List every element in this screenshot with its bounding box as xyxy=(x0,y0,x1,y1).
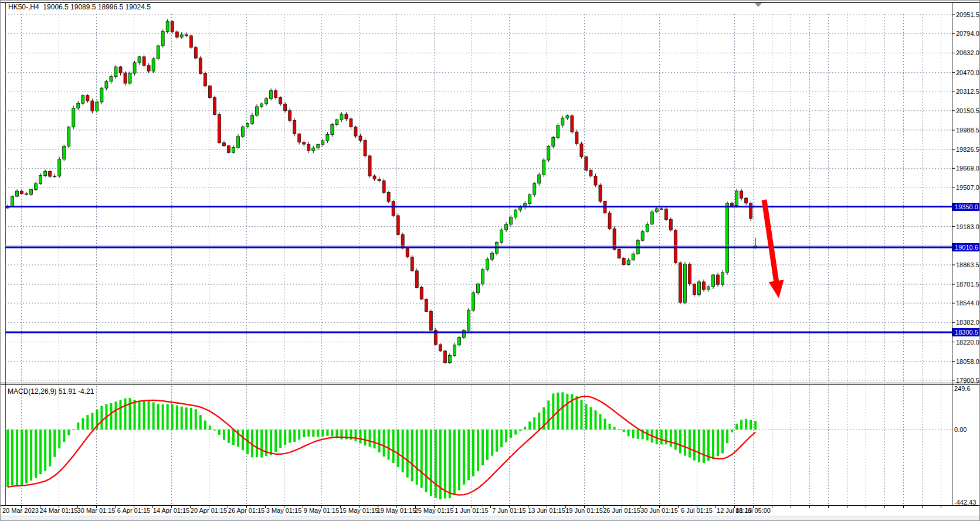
candle-body xyxy=(143,57,145,66)
trend-arrow-shaft[interactable] xyxy=(764,200,776,284)
macd-histogram-bar xyxy=(496,430,498,452)
candle-body xyxy=(721,273,724,284)
candle-body xyxy=(236,137,239,147)
macd-axis-label: 0.00 xyxy=(954,426,967,433)
candle-body xyxy=(707,287,710,290)
time-axis-label: 6 Jul 01:15 xyxy=(681,507,713,514)
macd-histogram-bar xyxy=(279,430,282,448)
macd-histogram-bar xyxy=(152,402,155,430)
macd-histogram-bar xyxy=(717,430,719,456)
macd-histogram-bar xyxy=(44,430,46,471)
candle-body xyxy=(53,176,56,176)
candle-body xyxy=(284,104,287,110)
macd-histogram-bar xyxy=(684,430,686,456)
macd-histogram-bar xyxy=(369,430,371,447)
candle-body xyxy=(260,104,263,107)
macd-axis-label: -442.43 xyxy=(954,499,976,506)
macd-histogram-bar xyxy=(293,430,296,442)
macd-histogram-bar xyxy=(637,430,639,439)
macd-histogram-bar xyxy=(449,430,451,498)
candle-body xyxy=(401,234,404,248)
candle-body xyxy=(194,47,197,58)
candle-body xyxy=(571,115,574,132)
macd-histogram-bar xyxy=(49,430,51,466)
macd-histogram-bar xyxy=(232,430,235,445)
chart-canvas[interactable] xyxy=(1,1,980,521)
macd-histogram-bar xyxy=(754,421,757,430)
macd-histogram-bar xyxy=(519,430,521,431)
price-axis-label: 17900.5 xyxy=(956,377,979,384)
candle-body xyxy=(745,198,748,203)
candle-body xyxy=(39,176,42,184)
macd-histogram-bar xyxy=(383,430,385,457)
macd-histogram-bar xyxy=(148,401,150,430)
macd-histogram-bar xyxy=(623,430,625,432)
candle-body xyxy=(477,284,480,292)
candle-body xyxy=(717,275,720,284)
candle-body xyxy=(166,22,169,32)
macd-histogram-bar xyxy=(595,410,597,430)
candle-body xyxy=(227,146,230,153)
price-axis-label: 19183.0 xyxy=(956,223,979,230)
candle-body xyxy=(335,120,338,124)
macd-histogram-bar xyxy=(580,400,582,430)
candle-body xyxy=(58,159,61,176)
macd-histogram-bar xyxy=(195,409,197,430)
candle-body xyxy=(514,210,517,217)
candle-body xyxy=(105,81,108,88)
candle-body xyxy=(218,114,221,142)
macd-histogram-bar xyxy=(628,430,630,436)
candle-body xyxy=(664,209,667,219)
macd-histogram-bar xyxy=(514,430,517,435)
macd-histogram-bar xyxy=(397,430,399,467)
candle-body xyxy=(580,144,583,156)
candle-body xyxy=(697,282,700,294)
candle-body xyxy=(618,249,620,258)
candle-body xyxy=(161,32,164,46)
candle-body xyxy=(491,253,494,259)
macd-histogram-bar xyxy=(585,404,587,430)
time-axis-label: 9 May 01:15 xyxy=(304,507,340,514)
macd-histogram-bar xyxy=(745,419,747,430)
macd-histogram-bar xyxy=(67,430,70,435)
macd-histogram-bar xyxy=(411,430,413,481)
macd-histogram-bar xyxy=(321,430,324,437)
candle-body xyxy=(735,191,738,206)
candle-body xyxy=(443,351,446,363)
macd-histogram-bar xyxy=(340,430,343,440)
chart-title: HK50-,H4 19006.5 19089.5 18996.5 19024.5 xyxy=(8,3,151,11)
window-bottom-strip xyxy=(1,516,980,521)
candle-body xyxy=(467,310,470,331)
macd-histogram-bar xyxy=(138,401,141,430)
chart-window: HK50-,H4 19006.5 19089.5 18996.5 19024.5… xyxy=(0,0,980,521)
candle-body xyxy=(368,156,371,176)
time-axis-label: 20 Apr 01:15 xyxy=(191,507,227,514)
candle-body xyxy=(547,146,550,160)
candle-body xyxy=(331,124,334,134)
macd-histogram-bar xyxy=(176,406,178,430)
candle-body xyxy=(49,171,52,176)
candle-body xyxy=(354,127,357,136)
macd-histogram-bar xyxy=(740,420,742,430)
candle-body xyxy=(317,144,320,148)
time-axis-label: 6 Apr 01:15 xyxy=(117,507,150,514)
macd-histogram-bar xyxy=(435,430,437,498)
candle-body xyxy=(326,134,329,141)
price-axis-label: 18701.5 xyxy=(956,281,979,288)
macd-histogram-bar xyxy=(750,420,752,430)
down-arrow-icon[interactable] xyxy=(769,280,784,298)
candle-body xyxy=(613,229,616,249)
candle-body xyxy=(557,125,559,138)
macd-histogram-bar xyxy=(472,430,474,476)
macd-histogram-bar xyxy=(134,400,136,430)
candle-body xyxy=(378,179,381,181)
macd-histogram-bar xyxy=(312,430,314,437)
macd-histogram-bar xyxy=(53,430,56,457)
macd-histogram-bar xyxy=(679,430,681,454)
candle-body xyxy=(538,175,541,183)
macd-histogram-bar xyxy=(223,430,225,440)
candle-body xyxy=(114,67,117,77)
candle-body xyxy=(133,63,136,73)
candle-body xyxy=(481,270,484,284)
macd-histogram-bar xyxy=(599,414,602,430)
